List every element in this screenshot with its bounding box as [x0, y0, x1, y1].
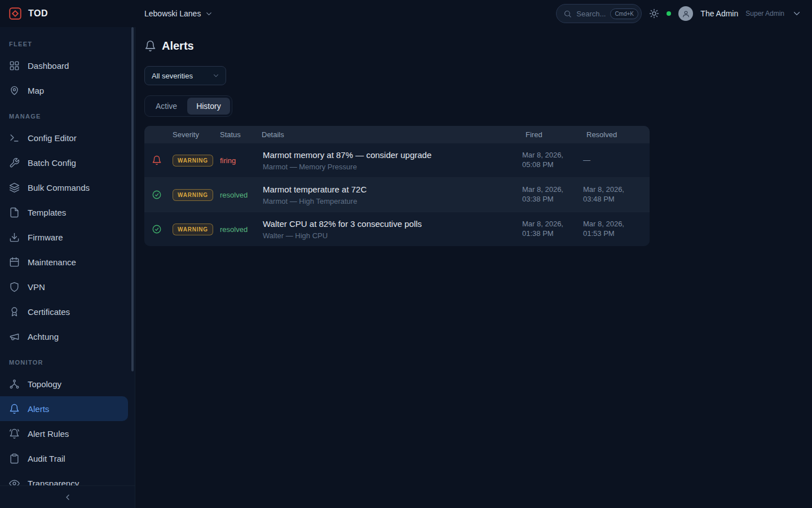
- sidebar-item-certificates[interactable]: Certificates: [0, 299, 135, 324]
- sidebar-item-label: Audit Trail: [28, 454, 65, 463]
- megaphone-icon: [9, 331, 20, 342]
- search-icon: [563, 10, 572, 18]
- sidebar-scrollbar[interactable]: [131, 27, 134, 371]
- col-severity: Severity: [169, 130, 217, 139]
- sidebar-item-label: Dashboard: [28, 61, 69, 71]
- tenant-name: Lebowski Lanes: [144, 9, 201, 18]
- sidebar-item-label: VPN: [28, 282, 45, 292]
- sidebar-item-audit-trail[interactable]: Audit Trail: [0, 446, 135, 471]
- topbar: TOD Lebowski Lanes Search... Cmd+K The A…: [0, 0, 812, 27]
- theme-toggle-button[interactable]: [649, 8, 659, 19]
- tab-history[interactable]: History: [187, 98, 230, 115]
- sidebar-item-label: Topology: [28, 379, 61, 389]
- sidebar-item-label: Templates: [28, 208, 66, 217]
- alert-subtitle: Marmot — Memory Pressure: [263, 163, 517, 171]
- network-icon: [9, 379, 20, 389]
- severity-filter-value: All severities: [152, 72, 193, 80]
- table-row[interactable]: WARNINGfiringMarmot memory at 87% — cons…: [144, 143, 650, 177]
- bell-icon: [152, 155, 162, 165]
- calendar-icon: [9, 257, 20, 268]
- col-status: Status: [217, 130, 258, 139]
- award-icon: [9, 306, 20, 317]
- table-header: Severity Status Details Fired Resolved: [144, 126, 650, 143]
- chevron-down-icon: [212, 72, 220, 80]
- tab-active[interactable]: Active: [147, 98, 186, 115]
- app-logo-icon: [8, 6, 23, 21]
- sidebar-item-alert-rules[interactable]: Alert Rules: [0, 421, 135, 446]
- sidebar-nav: FLEETDashboardMapMANAGEConfig EditorBatc…: [0, 27, 135, 485]
- status-dot: [667, 11, 671, 16]
- col-details: Details: [258, 130, 522, 139]
- sidebar-section-heading: FLEET: [0, 30, 135, 53]
- sidebar-item-dashboard[interactable]: Dashboard: [0, 53, 135, 78]
- fired-cell: Mar 8, 2026, 03:38 PM: [522, 185, 583, 204]
- bell-icon: [144, 40, 156, 52]
- download-icon: [9, 232, 20, 243]
- sidebar: FLEETDashboardMapMANAGEConfig EditorBatc…: [0, 27, 135, 508]
- sidebar-item-achtung[interactable]: Achtung: [0, 324, 135, 349]
- sidebar-item-vpn[interactable]: VPN: [0, 274, 135, 299]
- check-circle-icon: [152, 224, 162, 234]
- row-state-cell: [144, 155, 169, 165]
- sidebar-item-topology[interactable]: Topology: [0, 371, 135, 396]
- sidebar-item-transparency[interactable]: Transparency: [0, 471, 135, 485]
- alerts-table-body: WARNINGfiringMarmot memory at 87% — cons…: [144, 143, 650, 246]
- eye-icon: [9, 478, 20, 486]
- table-row[interactable]: WARNINGresolvedWalter CPU at 82% for 3 c…: [144, 212, 650, 246]
- sidebar-item-label: Maintenance: [28, 257, 76, 267]
- alerts-tabs: Active History: [144, 95, 232, 117]
- topbar-right: Search... Cmd+K The Admin Super Admin: [556, 4, 812, 23]
- resolved-cell: Mar 8, 2026, 03:48 PM: [583, 185, 650, 204]
- shield-icon: [9, 282, 20, 292]
- sidebar-item-label: Alert Rules: [28, 429, 69, 439]
- map-pin-icon: [9, 85, 20, 96]
- sidebar-item-alerts[interactable]: Alerts: [0, 396, 128, 421]
- row-state-cell: [144, 190, 169, 200]
- severity-filter-select[interactable]: All severities: [144, 66, 226, 85]
- status-cell: resolved: [217, 225, 258, 234]
- sidebar-item-templates[interactable]: Templates: [0, 200, 135, 225]
- sidebar-item-bulk-commands[interactable]: Bulk Commands: [0, 175, 135, 200]
- table-row[interactable]: WARNINGresolvedMarmot temperature at 72C…: [144, 177, 650, 212]
- alert-subtitle: Marmot — High Temperature: [263, 197, 517, 205]
- severity-cell: WARNING: [169, 224, 217, 235]
- sidebar-item-label: Achtung: [28, 332, 59, 341]
- page-header: Alerts: [144, 40, 803, 52]
- col-fired: Fired: [522, 130, 583, 139]
- grid-icon: [9, 60, 20, 71]
- app-name: TOD: [28, 8, 48, 19]
- layers-icon: [9, 182, 20, 193]
- row-state-cell: [144, 224, 169, 234]
- sidebar-item-map[interactable]: Map: [0, 78, 135, 103]
- sidebar-item-firmware[interactable]: Firmware: [0, 225, 135, 249]
- terminal-icon: [9, 133, 20, 143]
- search-placeholder: Search...: [576, 10, 606, 18]
- page-title: Alerts: [162, 40, 194, 52]
- sidebar-item-label: Batch Config: [28, 158, 76, 168]
- clipboard-icon: [9, 453, 20, 464]
- sidebar-item-batch-config[interactable]: Batch Config: [0, 150, 135, 175]
- main-content: Alerts All severities Active History Sev…: [135, 27, 812, 508]
- tenant-selector[interactable]: Lebowski Lanes: [144, 9, 213, 18]
- alerts-table: Severity Status Details Fired Resolved W…: [144, 126, 650, 246]
- sidebar-collapse-button[interactable]: [63, 493, 72, 502]
- sidebar-item-label: Map: [28, 86, 44, 95]
- sidebar-item-config-editor[interactable]: Config Editor: [0, 125, 135, 150]
- avatar[interactable]: [678, 6, 693, 21]
- user-menu-chevron-icon[interactable]: [792, 8, 802, 19]
- alert-title: Walter CPU at 82% for 3 consecutive poll…: [263, 219, 517, 229]
- bell-ring-icon: [9, 428, 20, 439]
- resolved-cell: Mar 8, 2026, 01:53 PM: [583, 220, 650, 239]
- wrench-icon: [9, 157, 20, 168]
- sidebar-item-label: Bulk Commands: [28, 183, 90, 192]
- check-circle-icon: [152, 190, 162, 200]
- alert-title: Marmot memory at 87% — consider upgrade: [263, 150, 517, 160]
- search-input[interactable]: Search... Cmd+K: [556, 4, 642, 23]
- status-cell: firing: [217, 156, 258, 165]
- sidebar-item-maintenance[interactable]: Maintenance: [0, 249, 135, 274]
- severity-cell: WARNING: [169, 189, 217, 201]
- details-cell: Walter CPU at 82% for 3 consecutive poll…: [258, 213, 522, 246]
- details-cell: Marmot memory at 87% — consider upgradeM…: [258, 144, 522, 177]
- details-cell: Marmot temperature at 72CMarmot — High T…: [258, 179, 522, 211]
- resolved-cell: —: [583, 156, 650, 165]
